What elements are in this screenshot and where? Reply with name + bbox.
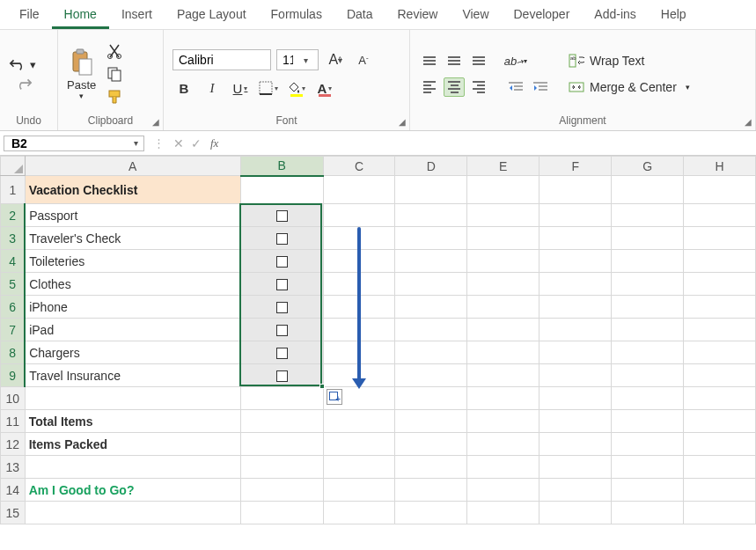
cell-A5[interactable]: Clothes [25, 273, 240, 296]
align-top-button[interactable] [419, 51, 440, 70]
row-header-8[interactable]: 8 [1, 341, 26, 364]
cell-B12[interactable] [240, 433, 323, 456]
menu-tab-formulas[interactable]: Formulas [259, 2, 334, 29]
cell-E5[interactable] [467, 273, 539, 296]
row-header-7[interactable]: 7 [1, 319, 26, 341]
cell-E13[interactable] [467, 456, 539, 479]
cell-A4[interactable]: Toileteries [25, 250, 240, 273]
column-header-D[interactable]: D [395, 157, 467, 176]
cell-H13[interactable] [684, 456, 756, 479]
cell-B10[interactable] [240, 387, 323, 410]
column-header-F[interactable]: F [539, 157, 612, 176]
cell-E9[interactable] [467, 364, 539, 387]
menu-tab-page-layout[interactable]: Page Layout [165, 2, 259, 29]
cell-C14[interactable] [323, 479, 395, 502]
cell-B6[interactable] [240, 296, 323, 319]
cell-B2[interactable] [240, 204, 323, 227]
borders-button[interactable]: ▾ [257, 77, 280, 99]
align-center-button[interactable] [444, 77, 465, 97]
cell-H4[interactable] [684, 250, 756, 273]
fill-color-button[interactable]: ▾ [285, 77, 308, 99]
column-header-C[interactable]: C [323, 157, 395, 176]
cell-H8[interactable] [684, 341, 756, 364]
redo-button[interactable] [13, 76, 33, 92]
row-header-13[interactable]: 13 [1, 456, 26, 479]
format-painter-icon[interactable] [106, 89, 122, 105]
menu-tab-home[interactable]: Home [52, 2, 109, 29]
cell-H15[interactable] [684, 502, 756, 524]
cell-E1[interactable] [467, 176, 539, 204]
cell-B1[interactable] [240, 176, 323, 204]
cell-G7[interactable] [612, 319, 684, 341]
cell-G4[interactable] [612, 250, 684, 273]
wrap-text-button[interactable]: ab Wrap Text [569, 52, 690, 70]
cell-E11[interactable] [467, 410, 539, 433]
cell-G12[interactable] [612, 433, 684, 456]
cell-A3[interactable]: Traveler's Check [25, 227, 240, 250]
column-header-H[interactable]: H [684, 157, 756, 176]
cancel-formula-icon[interactable]: ✕ [170, 136, 187, 150]
row-header-4[interactable]: 4 [1, 250, 26, 273]
row-header-14[interactable]: 14 [1, 479, 26, 502]
chevron-down-icon[interactable]: ▾ [79, 92, 84, 100]
cell-G8[interactable] [612, 341, 684, 364]
row-header-9[interactable]: 9 [1, 364, 26, 387]
cell-H9[interactable] [684, 364, 756, 387]
cell-B7[interactable] [240, 319, 323, 341]
cell-G2[interactable] [612, 204, 684, 227]
undo-button[interactable]: ▾ [9, 56, 36, 72]
cell-E10[interactable] [467, 387, 539, 410]
cell-F15[interactable] [539, 502, 612, 524]
cell-G14[interactable] [612, 479, 684, 502]
cell-D3[interactable] [395, 227, 467, 250]
column-header-B[interactable]: B [240, 157, 323, 176]
cell-D9[interactable] [395, 364, 467, 387]
chevron-down-icon[interactable]: ▾ [298, 55, 312, 65]
cell-B4[interactable] [240, 250, 323, 273]
cell-C11[interactable] [323, 410, 395, 433]
cell-E7[interactable] [467, 319, 539, 341]
column-header-E[interactable]: E [467, 157, 539, 176]
chevron-down-icon[interactable]: ▾ [110, 138, 143, 148]
cell-D8[interactable] [395, 341, 467, 364]
cell-B15[interactable] [240, 502, 323, 524]
font-size-combo[interactable]: ▾ [276, 49, 319, 70]
decrease-font-icon[interactable]: Aˇ [352, 49, 375, 70]
cell-F8[interactable] [539, 341, 612, 364]
cell-F6[interactable] [539, 296, 612, 319]
cell-D10[interactable] [395, 387, 467, 410]
select-all-corner[interactable] [1, 157, 26, 176]
cell-F4[interactable] [539, 250, 612, 273]
orientation-button[interactable]: ab↗▾ [505, 51, 526, 70]
cell-D7[interactable] [395, 319, 467, 341]
row-header-15[interactable]: 15 [1, 502, 26, 524]
cell-A11[interactable]: Total Items [25, 410, 240, 433]
menu-tab-view[interactable]: View [450, 2, 501, 29]
cell-D13[interactable] [395, 456, 467, 479]
align-middle-button[interactable] [444, 51, 465, 70]
row-header-10[interactable]: 10 [1, 387, 26, 410]
menu-tab-data[interactable]: Data [334, 2, 385, 29]
cell-A2[interactable]: Passport [25, 204, 240, 227]
cell-E14[interactable] [467, 479, 539, 502]
merge-center-button[interactable]: Merge & Center ▾ [569, 78, 690, 96]
font-color-button[interactable]: A▾ [313, 77, 336, 99]
row-header-2[interactable]: 2 [1, 204, 26, 227]
fx-icon[interactable]: fx [205, 136, 224, 150]
cell-C1[interactable] [323, 176, 395, 204]
checkbox[interactable] [276, 302, 288, 313]
menu-tab-help[interactable]: Help [649, 2, 699, 29]
checkbox[interactable] [276, 370, 288, 382]
cell-G9[interactable] [612, 364, 684, 387]
cell-G11[interactable] [612, 410, 684, 433]
cell-H11[interactable] [684, 410, 756, 433]
row-header-11[interactable]: 11 [1, 410, 26, 433]
dialog-launcher-icon[interactable]: ◢ [399, 117, 406, 127]
increase-indent-button[interactable] [530, 77, 551, 97]
row-header-12[interactable]: 12 [1, 433, 26, 456]
decrease-indent-button[interactable] [505, 77, 526, 97]
checkbox[interactable] [276, 256, 288, 268]
cell-C13[interactable] [323, 456, 395, 479]
cell-A8[interactable]: Chargers [25, 341, 240, 364]
increase-font-icon[interactable]: A^ [324, 49, 347, 70]
